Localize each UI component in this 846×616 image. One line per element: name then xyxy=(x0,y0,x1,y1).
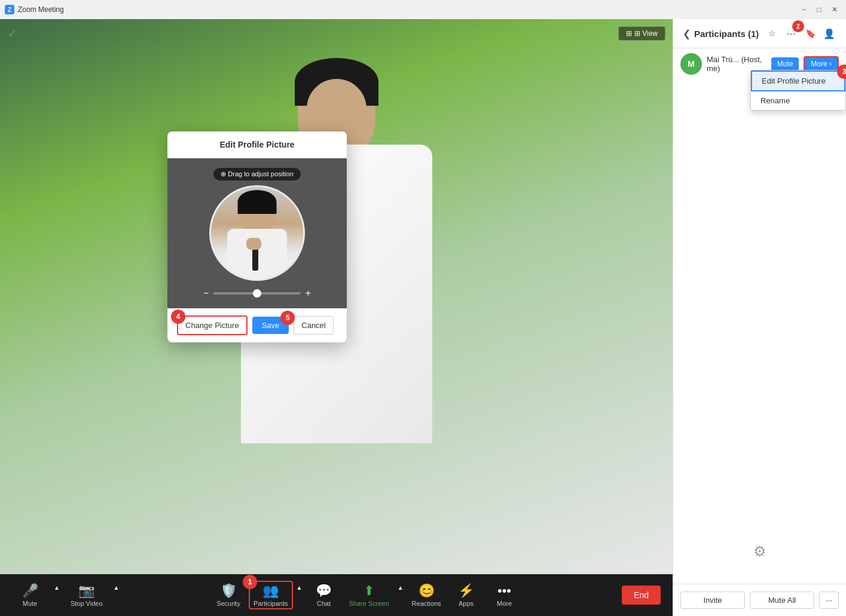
zoom-minus[interactable]: − xyxy=(203,288,209,299)
security-button[interactable]: 🛡️ Security xyxy=(210,581,246,609)
more-dots-icon: ••• xyxy=(497,583,511,599)
save-wrapper: Save 5 xyxy=(252,317,289,334)
slider-thumb[interactable] xyxy=(253,289,261,298)
toolbar-center-group: 🛡️ Security 👥 Participants 1 ▲ 💬 Cha xyxy=(210,581,522,609)
participants-wrapper: 👥 Participants 1 xyxy=(249,581,292,609)
more-toolbar-button[interactable]: ••• More xyxy=(487,581,523,609)
share-screen-chevron[interactable]: ▲ xyxy=(396,583,405,592)
participant-mute-button[interactable]: Mute xyxy=(771,57,799,71)
share-screen-label: Share Screen xyxy=(349,600,389,607)
participants-chevron[interactable]: ▲ xyxy=(295,583,304,592)
zoom-logo-icon: Z xyxy=(5,5,14,14)
profile-photo-circle[interactable] xyxy=(209,185,305,281)
apps-icon: ⚡ xyxy=(458,583,474,599)
apps-button[interactable]: ⚡ Apps xyxy=(448,581,484,609)
video-icon: 📷 xyxy=(78,583,94,599)
panel-collapse-button[interactable]: ❮ xyxy=(683,28,691,39)
more-toolbar-label: More xyxy=(497,600,512,607)
panel-spacer xyxy=(673,79,846,519)
participant-avatar: M xyxy=(680,53,702,75)
photo-hair xyxy=(238,190,277,214)
main-container: ✓ ⊞ ⊞ View Mai Trúc Lâm 🎤 xyxy=(0,19,846,616)
participants-label: Participants xyxy=(254,600,288,607)
participants-icon: 👥 xyxy=(262,583,279,599)
photo-hand xyxy=(246,238,261,250)
chat-button[interactable]: 💬 Chat xyxy=(306,581,341,609)
view-icon: ⊞ xyxy=(626,29,632,38)
close-button[interactable]: ✕ xyxy=(828,3,841,16)
share-screen-icon: ⬆ xyxy=(364,583,374,599)
participant-dropdown: Edit Profile Picture 3 Rename xyxy=(750,70,846,111)
bookmark-icon[interactable]: 🔖 xyxy=(803,26,817,41)
edit-profile-wrapper: Edit Profile Picture 3 xyxy=(751,71,845,91)
panel-header-icons: ☆ ⋯ 2 🔖 👤 xyxy=(765,26,836,41)
modal-photo-area: ⊕ Drag to adjust position − xyxy=(167,158,347,308)
zoom-plus[interactable]: + xyxy=(306,288,311,299)
panel-header: ❮ Participants (1) ☆ ⋯ 2 🔖 👤 xyxy=(673,19,846,48)
mute-icon: 🎤 xyxy=(22,583,38,599)
modal-title: Edit Profile Picture xyxy=(167,131,347,158)
mute-button[interactable]: 🎤 Mute xyxy=(12,581,48,609)
mute-chevron[interactable]: ▲ xyxy=(53,583,61,592)
star-icon[interactable]: ☆ xyxy=(765,26,779,41)
gear-area: ⚙ xyxy=(673,519,846,584)
person-plus-icon[interactable]: 👤 xyxy=(822,26,836,41)
mute-all-button[interactable]: Mute All xyxy=(750,592,814,609)
reactions-label: Reactions xyxy=(412,600,441,607)
titlebar-controls: − □ ✕ xyxy=(797,3,841,16)
stop-video-label: Stop Video xyxy=(71,600,103,607)
security-label: Security xyxy=(216,600,240,607)
avatar-initials: M xyxy=(688,59,695,69)
chat-icon: 💬 xyxy=(316,583,332,599)
edit-profile-picture-modal: Edit Profile Picture ⊕ Drag to adjust po… xyxy=(167,131,347,342)
minimize-button[interactable]: − xyxy=(797,3,810,16)
more-button-wrapper: ⋯ 2 xyxy=(784,26,798,41)
stop-video-button[interactable]: 📷 Stop Video xyxy=(66,581,108,609)
invite-button[interactable]: Invite xyxy=(680,592,745,609)
toolbar-right-group: End xyxy=(612,586,661,605)
titlebar-left: Z Zoom Meeting xyxy=(5,5,64,14)
footer-more-button[interactable]: ··· xyxy=(819,592,839,609)
panel-header-left: ❮ Participants (1) xyxy=(683,28,759,39)
share-screen-button[interactable]: ⬆ Share Screen xyxy=(344,581,393,609)
change-picture-button[interactable]: Change Picture xyxy=(177,315,248,335)
slider-track[interactable] xyxy=(213,292,300,295)
reactions-icon: 😊 xyxy=(419,583,435,599)
toolbar: 🎤 Mute ▲ 📷 Stop Video ▲ 🛡️ Security xyxy=(0,574,673,616)
video-chevron[interactable]: ▲ xyxy=(112,583,121,592)
gear-icon[interactable]: ⚙ xyxy=(753,543,766,560)
toolbar-left-group: 🎤 Mute ▲ 📷 Stop Video ▲ xyxy=(12,581,120,609)
step-badge-5: 5 xyxy=(280,311,295,325)
apps-label: Apps xyxy=(459,600,474,607)
security-icon: 🛡️ xyxy=(221,583,237,599)
person-face xyxy=(307,79,367,139)
maximize-button[interactable]: □ xyxy=(813,3,826,16)
drag-hint: ⊕ Drag to adjust position xyxy=(213,168,301,180)
shield-indicator: ✓ xyxy=(7,26,17,41)
titlebar: Z Zoom Meeting − □ ✕ xyxy=(0,0,846,19)
cancel-button[interactable]: Cancel xyxy=(294,316,333,335)
panel-title: Participants (1) xyxy=(694,29,759,39)
zoom-slider: − + xyxy=(203,288,311,299)
view-button[interactable]: ⊞ ⊞ View xyxy=(618,26,665,41)
edit-profile-picture-item[interactable]: Edit Profile Picture xyxy=(751,71,845,91)
change-picture-wrapper: Change Picture 4 xyxy=(177,315,248,335)
step-badge-4: 4 xyxy=(171,309,185,324)
step-badge-1: 1 xyxy=(243,575,257,589)
rename-item[interactable]: Rename xyxy=(751,91,845,110)
titlebar-title: Zoom Meeting xyxy=(18,5,64,14)
modal-actions: Change Picture 4 Save 5 Cancel xyxy=(167,308,347,342)
reactions-button[interactable]: 😊 Reactions xyxy=(407,581,446,609)
participants-panel: ❮ Participants (1) ☆ ⋯ 2 🔖 👤 M Mai Trú..… xyxy=(673,19,846,616)
view-label: ⊞ View xyxy=(634,29,658,38)
mute-label: Mute xyxy=(23,600,37,607)
panel-footer: Invite Mute All ··· xyxy=(673,584,846,616)
chat-label: Chat xyxy=(317,600,331,607)
end-button[interactable]: End xyxy=(622,586,661,605)
photo-inner xyxy=(211,187,303,279)
step-badge-2: 2 xyxy=(792,20,804,32)
